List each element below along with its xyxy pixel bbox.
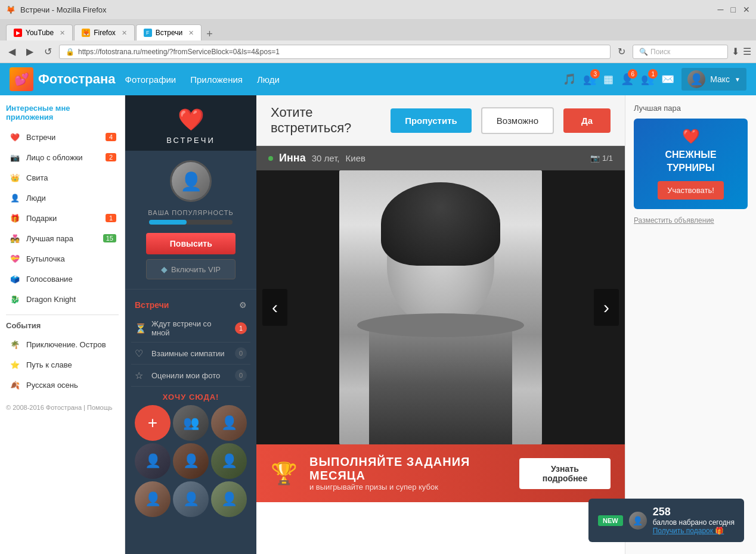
sidebar-item-autumn[interactable]: 🍂 Русская осень bbox=[6, 375, 119, 394]
window-controls[interactable]: ─ □ ✕ bbox=[718, 5, 750, 14]
search-icon: 🔍 bbox=[639, 48, 648, 56]
person-name: Инна bbox=[279, 152, 306, 164]
hochu-person-1[interactable]: 👥 bbox=[173, 405, 209, 441]
tab-meets[interactable]: F Встречи ✕ bbox=[136, 24, 202, 41]
notification-box: NEW 👤 258 баллов набрано сегодня Получит… bbox=[588, 499, 744, 542]
question-text: Хотите встретиться? bbox=[271, 105, 381, 136]
mail-icon[interactable]: ✉️ bbox=[661, 73, 674, 86]
search-bar[interactable]: 🔍 Поиск bbox=[633, 45, 728, 59]
sidebar-item-adventure[interactable]: 🌴 Приключение. Остров bbox=[6, 335, 119, 354]
tab-youtube-close[interactable]: ✕ bbox=[60, 29, 65, 37]
waiting-label: Ждут встречи со мной bbox=[151, 319, 230, 337]
next-photo-button[interactable]: › bbox=[594, 289, 619, 326]
logo[interactable]: 💕 Фотострана bbox=[10, 67, 116, 91]
rated-label: Оценили мои фото bbox=[151, 371, 230, 380]
tab-firefox[interactable]: 🦊 Firefox ✕ bbox=[74, 24, 135, 41]
yes-button[interactable]: Да bbox=[563, 108, 611, 133]
title-bar: 🦊 Встречи - Mozilla Firefox ─ □ ✕ bbox=[0, 0, 756, 19]
activity-icon[interactable]: 👥1 bbox=[641, 73, 654, 86]
hochu-person-2[interactable]: 👤 bbox=[211, 405, 247, 441]
notif-avatar: 👤 bbox=[629, 512, 647, 530]
ad-link[interactable]: Разместить объявление bbox=[634, 216, 748, 225]
hochu-person-8[interactable]: 👤 bbox=[211, 481, 247, 517]
camera-icon: 📷 bbox=[590, 154, 600, 163]
participate-button[interactable]: Участвовать! bbox=[658, 181, 724, 200]
tab-youtube[interactable]: ▶ YouTube ✕ bbox=[6, 24, 73, 41]
grid-icon[interactable]: ▦ bbox=[603, 73, 614, 86]
rated-count: 0 bbox=[235, 369, 247, 381]
meets-menu-rated[interactable]: ☆ Оценили мои фото 0 bbox=[131, 365, 250, 387]
window-title: Встречи - Mozilla Firefox bbox=[20, 5, 107, 14]
banner-button[interactable]: Узнать подробнее bbox=[519, 458, 611, 489]
nav-apps[interactable]: Приложения bbox=[190, 74, 243, 85]
hochu-add-btn[interactable]: + bbox=[135, 405, 171, 441]
user-menu[interactable]: 👤 Макс ▼ bbox=[681, 68, 746, 91]
notif-points-label: баллов набрано сегодня bbox=[653, 518, 735, 527]
menu-icon[interactable]: ☰ bbox=[743, 46, 751, 57]
skip-button[interactable]: Пропустить bbox=[391, 108, 472, 133]
tab-meets-close[interactable]: ✕ bbox=[188, 29, 194, 37]
vip-diamond-icon: ◆ bbox=[161, 264, 168, 274]
main-nav: Фотографии Приложения Люди bbox=[125, 74, 554, 85]
online-dot bbox=[268, 156, 273, 161]
refresh-btn[interactable]: ↻ bbox=[614, 45, 629, 58]
filter-icon[interactable]: ⚙ bbox=[239, 300, 247, 310]
sidebar-item-cover[interactable]: 📷 Лицо с обложки 2 bbox=[6, 148, 119, 167]
notif-action-btn[interactable]: Получить подарок 🎁 bbox=[653, 527, 735, 535]
prev-photo-button[interactable]: ‹ bbox=[262, 289, 287, 326]
tab-firefox-close[interactable]: ✕ bbox=[122, 29, 127, 37]
back-button[interactable]: ◀ bbox=[5, 45, 19, 58]
hochu-person-3[interactable]: 👤 bbox=[135, 443, 171, 479]
friends-icon[interactable]: 👥3 bbox=[583, 73, 596, 86]
nav-people[interactable]: Люди bbox=[257, 74, 280, 85]
reload-button[interactable]: ↺ bbox=[41, 45, 55, 58]
sidebar-item-gifts[interactable]: 🎁 Подарки 1 bbox=[6, 208, 119, 228]
person-photo bbox=[339, 170, 542, 444]
sidebar-item-glory[interactable]: ⭐ Путь к славе bbox=[6, 355, 119, 374]
sidebar-item-people[interactable]: 👤 Люди bbox=[6, 188, 119, 207]
profile-avatar[interactable]: 👤 bbox=[170, 160, 212, 202]
dragon-knight-label: Dragon Knight bbox=[26, 295, 116, 304]
notifications-icon[interactable]: 👤6 bbox=[621, 73, 634, 86]
minimize-btn[interactable]: ─ bbox=[718, 5, 724, 14]
sidebar-item-vote[interactable]: 🗳️ Голосование bbox=[6, 269, 119, 288]
maybe-button[interactable]: Возможно bbox=[481, 107, 554, 134]
nav-photos[interactable]: Фотографии bbox=[125, 74, 176, 85]
boost-button[interactable]: Повысить bbox=[146, 233, 236, 254]
people-icon: 👤 bbox=[8, 191, 21, 204]
close-btn[interactable]: ✕ bbox=[743, 5, 750, 14]
sidebar-item-svita[interactable]: 👑 Свита bbox=[6, 168, 119, 187]
meets-menu-waiting[interactable]: ⏳ Ждут встречи со мной 1 bbox=[131, 315, 250, 343]
profile-avatar-img: 👤 bbox=[172, 162, 210, 200]
activity-badge: 1 bbox=[648, 69, 658, 79]
hochu-person-5[interactable]: 👤 bbox=[211, 443, 247, 479]
vip-label: Включить VIP bbox=[171, 265, 221, 274]
people-label: Люди bbox=[26, 194, 116, 203]
vote-icon: 🗳️ bbox=[8, 272, 21, 285]
sidebar-item-bottle[interactable]: 💝 Бутылочка bbox=[6, 249, 119, 268]
meets-header: ❤️ ВСТРЕЧИ bbox=[125, 95, 256, 151]
bottle-icon: 💝 bbox=[8, 252, 21, 265]
forward-button[interactable]: ▶ bbox=[23, 45, 37, 58]
best-pair-banner[interactable]: ❤️ СНЕЖНЫЕ ТУРНИРЫ Участвовать! bbox=[634, 119, 748, 209]
friends-badge: 3 bbox=[590, 69, 600, 79]
sidebar-item-meets[interactable]: ❤️ Встречи 4 bbox=[6, 127, 119, 147]
download-icon[interactable]: ⬇ bbox=[732, 46, 739, 57]
hochu-person-7[interactable]: 👤 bbox=[173, 481, 209, 517]
hochu-person-4[interactable]: 👤 bbox=[173, 443, 209, 479]
rated-icon: ☆ bbox=[135, 370, 147, 381]
music-icon[interactable]: 🎵 bbox=[563, 73, 576, 86]
sidebar-item-best-pair[interactable]: 💑 Лучшая пара 15 bbox=[6, 229, 119, 248]
maximize-btn[interactable]: □ bbox=[731, 5, 736, 14]
notif-new-label: NEW bbox=[598, 515, 623, 526]
meets-menu-mutual[interactable]: ♡ Взаимные симпатии 0 bbox=[131, 343, 250, 365]
popularity-bar-bg bbox=[149, 220, 233, 225]
new-tab-button[interactable]: + bbox=[206, 28, 213, 41]
search-placeholder: Поиск bbox=[650, 48, 670, 56]
bestpair-icon: 💑 bbox=[8, 232, 21, 245]
sidebar-item-dragon-knight[interactable]: 🐉 Dragon Knight bbox=[6, 290, 119, 309]
hochu-person-6[interactable]: 👤 bbox=[135, 481, 171, 517]
adventure-icon: 🌴 bbox=[8, 338, 21, 351]
vip-button[interactable]: ◆ Включить VIP bbox=[146, 259, 236, 279]
address-bar[interactable]: 🔒 https://fotostrana.ru/meeting/?fromSer… bbox=[59, 45, 611, 59]
